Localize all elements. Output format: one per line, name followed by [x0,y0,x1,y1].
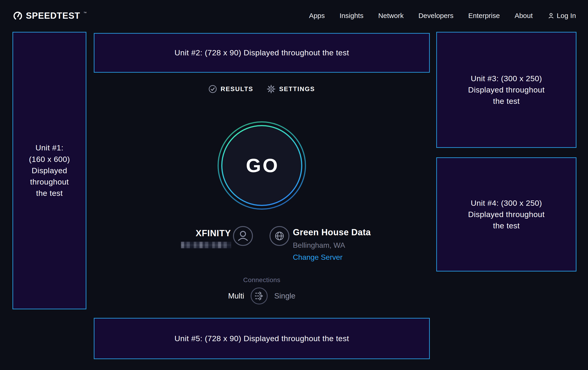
nav-item-apps[interactable]: Apps [309,12,325,20]
login-button[interactable]: Log In [547,12,576,20]
change-server-link[interactable]: Change Server [293,253,343,261]
server-name: Green House Data [293,227,371,238]
results-label: RESULTS [220,86,253,93]
connection-mode-toggle-icon[interactable] [250,287,268,305]
gauge-icon [12,10,23,21]
connection-mode-multi[interactable]: Multi [228,291,244,300]
nav-item-insights[interactable]: Insights [339,12,363,20]
censored-ip-text [181,242,231,248]
trademark-mark: ™ [83,11,87,15]
nav-menu: Apps Insights Network Developers Enterpr… [309,12,576,20]
ad-unit-2[interactable]: Unit #2: (728 x 90) Displayed throughout… [94,33,430,73]
connections-label: Connections [94,276,430,284]
isp-user-icon [233,226,253,246]
check-circle-icon [209,85,217,93]
server-location: Bellingham, WA [293,241,371,250]
connection-mode-single[interactable]: Single [274,291,295,300]
nav-item-about[interactable]: About [514,12,533,20]
logo-text: SPEEDTEST [26,11,80,21]
isp-name: XFINITY [148,228,231,239]
user-icon [547,12,555,19]
settings-label: SETTINGS [279,86,315,93]
ad-unit-1-text: Unit #1: (160 x 600) Displayed throughou… [29,142,70,199]
server-block: Green House Data Bellingham, WA Change S… [293,227,371,261]
ad-unit-3[interactable]: Unit #3: (300 x 250) Displayed throughou… [436,32,577,148]
ad-unit-4[interactable]: Unit #4: (300 x 250) Displayed throughou… [436,157,577,271]
nav-item-network[interactable]: Network [378,12,404,20]
gear-icon [267,85,275,93]
server-globe-icon [269,226,290,246]
tab-results[interactable]: RESULTS [209,85,253,93]
go-label: GO [217,121,306,210]
navbar: SPEEDTEST™ Apps Insights Network Develop… [0,0,588,31]
ad-unit-2-text: Unit #2: (728 x 90) Displayed throughout… [175,47,349,58]
tabs-row: RESULTS SETTINGS [94,85,430,93]
speedtest-page: SPEEDTEST™ Apps Insights Network Develop… [0,0,588,370]
nav-item-enterprise[interactable]: Enterprise [468,12,500,20]
tab-settings[interactable]: SETTINGS [267,85,315,93]
ad-unit-3-text: Unit #3: (300 x 250) Displayed throughou… [468,73,545,107]
ad-unit-1[interactable]: Unit #1: (160 x 600) Displayed throughou… [12,32,86,309]
login-label: Log In [557,12,576,20]
ad-unit-5-text: Unit #5: (728 x 90) Displayed throughout… [175,333,349,344]
ad-unit-5[interactable]: Unit #5: (728 x 90) Displayed throughout… [94,318,430,359]
speedtest-logo[interactable]: SPEEDTEST™ [12,10,86,21]
ad-unit-4-text: Unit #4: (300 x 250) Displayed throughou… [468,198,545,232]
connections-row: Multi Single [94,287,430,305]
isp-block: XFINITY [148,228,231,248]
go-button[interactable]: GO [217,121,306,210]
nav-item-developers[interactable]: Developers [419,12,454,20]
